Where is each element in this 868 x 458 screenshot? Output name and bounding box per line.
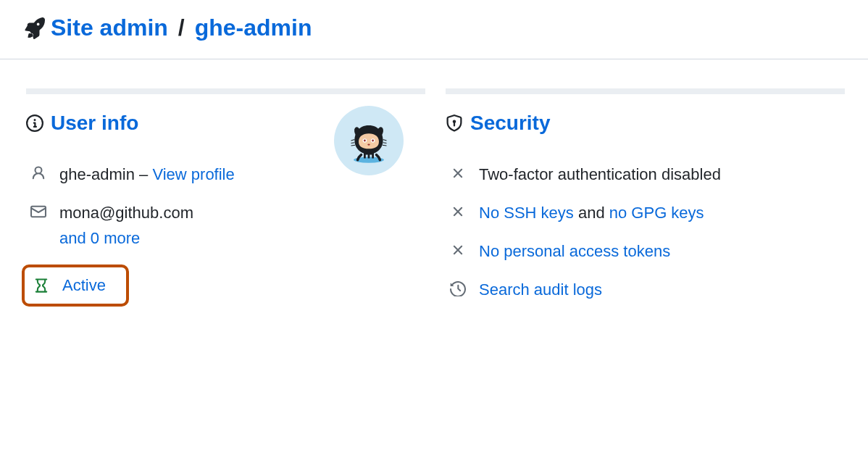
- security-title[interactable]: Security: [470, 112, 551, 135]
- security-header: Security: [446, 112, 845, 135]
- breadcrumb: Site admin / ghe-admin: [0, 0, 868, 59]
- no-gpg-keys-link[interactable]: no GPG keys: [609, 204, 704, 222]
- breadcrumb-root-link[interactable]: Site admin: [51, 14, 168, 41]
- history-icon: [450, 280, 466, 296]
- user-info-panel: User info: [26, 88, 425, 309]
- hourglass-icon: [33, 278, 49, 293]
- view-profile-link[interactable]: View profile: [152, 165, 234, 183]
- two-factor-row: Two-factor authentication disabled: [446, 155, 845, 193]
- status-highlight: Active: [22, 265, 129, 307]
- two-factor-text: Two-factor authentication disabled: [479, 165, 721, 183]
- info-icon: [26, 114, 43, 132]
- person-icon: [30, 165, 46, 181]
- avatar: [334, 106, 404, 175]
- shield-lock-icon: [446, 114, 463, 132]
- rocket-icon: [23, 17, 45, 39]
- x-icon: [450, 242, 466, 258]
- keys-row: No SSH keys and no GPG keys: [446, 193, 845, 232]
- security-panel: Security Two-factor authentication disab…: [446, 88, 845, 309]
- panel-top-bar: [446, 88, 845, 94]
- avatar-image: [343, 115, 394, 166]
- panel-top-bar: [26, 88, 425, 94]
- no-tokens-link[interactable]: No personal access tokens: [479, 242, 670, 260]
- dash-separator: –: [135, 165, 152, 183]
- x-icon: [450, 165, 466, 181]
- more-emails-link[interactable]: and 0 more: [59, 226, 425, 250]
- user-info-header: User info: [26, 112, 425, 135]
- email-row: mona@github.com and 0 more: [26, 193, 425, 257]
- no-ssh-keys-link[interactable]: No SSH keys: [479, 204, 574, 222]
- email-text: mona@github.com: [59, 204, 193, 222]
- and-text: and: [574, 204, 609, 222]
- x-icon: [450, 204, 466, 220]
- svg-point-4: [372, 140, 374, 142]
- tokens-row: No personal access tokens: [446, 232, 845, 270]
- svg-point-5: [367, 144, 370, 146]
- svg-point-2: [364, 140, 366, 142]
- breadcrumb-current-link[interactable]: ghe-admin: [195, 14, 312, 41]
- user-info-title[interactable]: User info: [51, 112, 138, 135]
- mail-icon: [30, 204, 46, 220]
- main-content: User info: [0, 59, 868, 338]
- breadcrumb-separator: /: [178, 14, 185, 41]
- username-text: ghe-admin: [59, 165, 135, 183]
- audit-logs-link[interactable]: Search audit logs: [479, 280, 602, 299]
- audit-logs-row: Search audit logs: [446, 270, 845, 309]
- status-link[interactable]: Active: [62, 276, 106, 295]
